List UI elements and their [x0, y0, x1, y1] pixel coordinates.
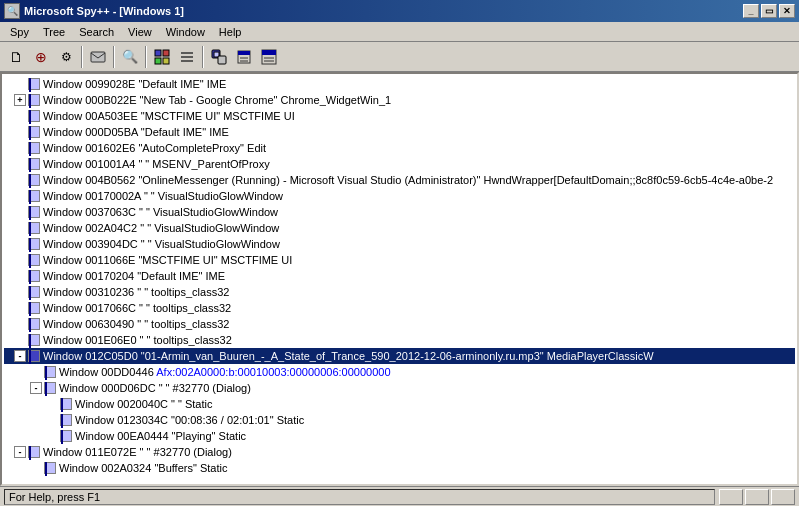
- window-icon: [28, 446, 40, 458]
- tree-item-text: Window 00170204 "Default IME" IME: [43, 270, 225, 282]
- tree-item-text: Window 001602E6 "AutoCompleteProxy" Edit: [43, 142, 266, 154]
- toolbar-sep-4: [202, 46, 204, 68]
- close-button[interactable]: ✕: [779, 4, 795, 18]
- app-icon: 🔍: [4, 3, 20, 19]
- tree-item-text: Window 002A0324 "Buffers" Static: [59, 462, 227, 474]
- menu-window[interactable]: Window: [160, 23, 211, 41]
- tree-row[interactable]: Window 002A0324 "Buffers" Static: [4, 460, 795, 476]
- window-icon: [28, 94, 40, 106]
- window-icon: [44, 382, 56, 394]
- tree-panel[interactable]: Window 0099028E "Default IME" IME+Window…: [0, 72, 799, 486]
- tree-item-text: Window 000D05BA "Default IME" IME: [43, 126, 229, 138]
- toolbar-find-btn[interactable]: 🔍: [118, 45, 142, 69]
- tree-row[interactable]: Window 00630490 " " tooltips_class32: [4, 316, 795, 332]
- tree-row[interactable]: Window 00EA0444 "Playing" Static: [4, 428, 795, 444]
- restore-button[interactable]: ▭: [761, 4, 777, 18]
- tree-item-text: Window 00310236 " " tooltips_class32: [43, 286, 229, 298]
- status-right-buttons: [719, 489, 795, 505]
- svg-rect-10: [218, 56, 226, 64]
- tree-expander[interactable]: -: [14, 446, 26, 458]
- status-btn-1[interactable]: [719, 489, 743, 505]
- toolbar-threads-btn[interactable]: [175, 45, 199, 69]
- tree-item-link: Afx:002A0000:b:00010003:00000006:0000000…: [156, 366, 390, 378]
- toolbar-extra-btn[interactable]: [257, 45, 281, 69]
- tree-row[interactable]: Window 0017066C " " tooltips_class32: [4, 300, 795, 316]
- svg-rect-0: [91, 52, 105, 62]
- tree-item-text: Window 0099028E "Default IME" IME: [43, 78, 226, 90]
- window-icon: [60, 398, 72, 410]
- menu-tree[interactable]: Tree: [37, 23, 71, 41]
- status-bar: For Help, press F1: [0, 486, 799, 506]
- tree-item-text: Window 012C05D0 "01-Armin_van_Buuren_-_A…: [43, 350, 654, 362]
- tree-item-text: Window 00170002A " " VisualStudioGlowWin…: [43, 190, 283, 202]
- tree-item-text: Window 001001A4 " " MSENV_ParentOfProxy: [43, 158, 270, 170]
- tree-expander[interactable]: +: [14, 94, 26, 106]
- tree-row[interactable]: Window 001001A4 " " MSENV_ParentOfProxy: [4, 156, 795, 172]
- tree-item-text: Window 002A04C2 " " VisualStudioGlowWind…: [43, 222, 279, 234]
- tree-row[interactable]: Window 002A04C2 " " VisualStudioGlowWind…: [4, 220, 795, 236]
- toolbar-processes-btn[interactable]: [150, 45, 174, 69]
- tree-item-text: Window 004B0562 "OnlineMessenger (Runnin…: [43, 174, 773, 186]
- tree-row[interactable]: +Window 000B022E "New Tab - Google Chrom…: [4, 92, 795, 108]
- toolbar-windows-btn[interactable]: [207, 45, 231, 69]
- tree-row[interactable]: Window 001E06E0 " " tooltips_class32: [4, 332, 795, 348]
- tree-row[interactable]: Window 001602E6 "AutoCompleteProxy" Edit: [4, 140, 795, 156]
- tree-item-text: Window 00EA0444 "Playing" Static: [75, 430, 246, 442]
- tree-row[interactable]: -Window 012C05D0 "01-Armin_van_Buuren_-_…: [4, 348, 795, 364]
- menu-bar: Spy Tree Search View Window Help: [0, 22, 799, 42]
- window-title: Microsoft Spy++ - [Windows 1]: [24, 5, 739, 17]
- tree-item-text: Window 00630490 " " tooltips_class32: [43, 318, 229, 330]
- window-icon: [28, 174, 40, 186]
- tree-row[interactable]: Window 004B0562 "OnlineMessenger (Runnin…: [4, 172, 795, 188]
- menu-spy[interactable]: Spy: [4, 23, 35, 41]
- svg-rect-3: [155, 58, 161, 64]
- toolbar-properties-btn[interactable]: [232, 45, 256, 69]
- tree-row[interactable]: Window 0037063C " " VisualStudioGlowWind…: [4, 204, 795, 220]
- tree-row[interactable]: Window 0123034C "00:08:36 / 02:01:01" St…: [4, 412, 795, 428]
- title-bar: 🔍 Microsoft Spy++ - [Windows 1] _ ▭ ✕: [0, 0, 799, 22]
- tree-row[interactable]: Window 00DD0446 Afx:002A0000:b:00010003:…: [4, 364, 795, 380]
- window-icon: [28, 318, 40, 330]
- window-icon: [28, 302, 40, 314]
- window-icon: [28, 222, 40, 234]
- svg-rect-12: [238, 51, 250, 55]
- toolbar-sep-1: [81, 46, 83, 68]
- tree-row[interactable]: -Window 011E072E " " #32770 (Dialog): [4, 444, 795, 460]
- tree-item-text: Window 00A503EE "MSCTFIME UI" MSCTFIME U…: [43, 110, 295, 122]
- window-icon: [28, 350, 40, 362]
- toolbar-settings-btn[interactable]: ⚙: [54, 45, 78, 69]
- window-icon: [28, 142, 40, 154]
- window-icon: [28, 110, 40, 122]
- window-icon: [28, 254, 40, 266]
- tree-row[interactable]: Window 0099028E "Default IME" IME: [4, 76, 795, 92]
- tree-expander[interactable]: -: [14, 350, 26, 362]
- window-icon: [28, 270, 40, 282]
- tree-item-text: Window 0017066C " " tooltips_class32: [43, 302, 231, 314]
- toolbar-new-btn[interactable]: 🗋: [4, 45, 28, 69]
- tree-row[interactable]: Window 000D05BA "Default IME" IME: [4, 124, 795, 140]
- tree-row[interactable]: Window 00170002A " " VisualStudioGlowWin…: [4, 188, 795, 204]
- menu-search[interactable]: Search: [73, 23, 120, 41]
- toolbar-sep-2: [113, 46, 115, 68]
- menu-view[interactable]: View: [122, 23, 158, 41]
- status-btn-2[interactable]: [745, 489, 769, 505]
- tree-item-text: Window 001E06E0 " " tooltips_class32: [43, 334, 232, 346]
- status-btn-3[interactable]: [771, 489, 795, 505]
- toolbar-messages-btn[interactable]: [86, 45, 110, 69]
- tree-row[interactable]: Window 0020040C " " Static: [4, 396, 795, 412]
- tree-row[interactable]: Window 0011066E "MSCTFIME UI" MSCTFIME U…: [4, 252, 795, 268]
- toolbar-target-btn[interactable]: ⊕: [29, 45, 53, 69]
- tree-row[interactable]: Window 00A503EE "MSCTFIME UI" MSCTFIME U…: [4, 108, 795, 124]
- tree-row[interactable]: Window 00170204 "Default IME" IME: [4, 268, 795, 284]
- window-icon: [44, 366, 56, 378]
- toolbar: 🗋 ⊕ ⚙ 🔍: [0, 42, 799, 72]
- tree-item-text: Window 0011066E "MSCTFIME UI" MSCTFIME U…: [43, 254, 292, 266]
- tree-row[interactable]: Window 003904DC " " VisualStudioGlowWind…: [4, 236, 795, 252]
- svg-rect-4: [163, 58, 169, 64]
- tree-expander[interactable]: -: [30, 382, 42, 394]
- tree-item-text: Window 0037063C " " VisualStudioGlowWind…: [43, 206, 278, 218]
- tree-row[interactable]: -Window 000D06DC " " #32770 (Dialog): [4, 380, 795, 396]
- menu-help[interactable]: Help: [213, 23, 248, 41]
- tree-row[interactable]: Window 00310236 " " tooltips_class32: [4, 284, 795, 300]
- minimize-button[interactable]: _: [743, 4, 759, 18]
